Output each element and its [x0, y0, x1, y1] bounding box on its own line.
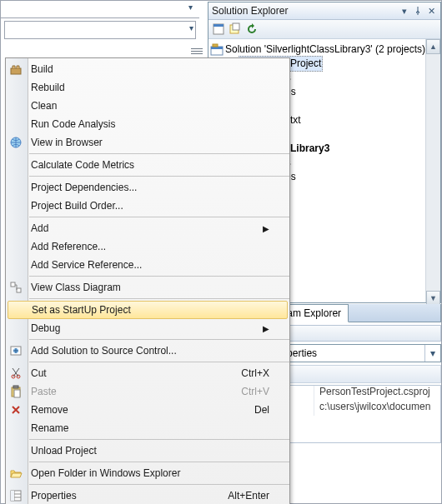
- submenu-arrow-icon: ▶: [263, 224, 269, 233]
- dropdown-icon[interactable]: ▾: [184, 2, 196, 14]
- menu-item[interactable]: View in Browser: [6, 133, 289, 152]
- menu-separator: [29, 462, 289, 462]
- menu-item-label: Run Code Analysis: [31, 118, 115, 130]
- svg-rect-1: [213, 24, 224, 27]
- properties-icon: [9, 489, 23, 502]
- menu-item[interactable]: Project Dependencies...: [6, 178, 289, 197]
- scc-icon: [9, 344, 23, 357]
- editor-tabstrip: ▾: [1, 2, 199, 18]
- scrollbar-vertical[interactable]: ▲ ▼: [425, 39, 440, 302]
- menu-separator: [29, 298, 289, 299]
- menu-item-label: Properties: [31, 490, 77, 502]
- svg-rect-6: [213, 44, 218, 47]
- menu-separator: [29, 153, 289, 154]
- menu-item[interactable]: RemoveDel: [6, 401, 289, 419]
- menu-item[interactable]: Calculate Code Metrics: [6, 156, 289, 174]
- menu-item-label: Rename: [31, 422, 68, 434]
- delete-icon: [9, 403, 23, 417]
- properties-icon[interactable]: [212, 22, 225, 36]
- svg-rect-23: [11, 68, 21, 74]
- menu-separator: [29, 276, 289, 277]
- svg-rect-25: [11, 282, 15, 287]
- property-value: PersonTestProject.csproj: [314, 386, 440, 401]
- panel-titlebar[interactable]: Solution Explorer ▾ ✕: [208, 2, 440, 20]
- menu-item-label: Clean: [31, 100, 57, 112]
- menu-item-shortcut: Ctrl+V: [241, 386, 269, 397]
- svg-rect-32: [13, 386, 18, 388]
- menu-item[interactable]: Add Service Reference...: [6, 256, 289, 274]
- tree-node[interactable]: Solution 'SilverlightClassLibrary3' (2 p…: [210, 42, 439, 57]
- navigation-combo[interactable]: ▾: [4, 21, 196, 39]
- menu-separator: [29, 439, 289, 440]
- menu-item[interactable]: Add Reference...: [6, 237, 289, 256]
- build-icon: [9, 62, 23, 76]
- menu-item[interactable]: Unload Project: [6, 442, 289, 460]
- menu-item[interactable]: Rename: [6, 419, 289, 437]
- solution-icon: [210, 43, 224, 57]
- menu-item-label: Add Service Reference...: [31, 259, 142, 271]
- splitter-grip[interactable]: [191, 47, 203, 56]
- menu-item-label: Project Build Order...: [31, 200, 123, 212]
- chevron-down-icon[interactable]: ▾: [424, 345, 440, 362]
- menu-item[interactable]: Build: [6, 60, 289, 78]
- menu-item-label: Add: [31, 222, 48, 234]
- paste-icon: [9, 385, 23, 398]
- menu-separator: [29, 217, 289, 217]
- svg-rect-33: [14, 390, 20, 397]
- menu-item[interactable]: Open Folder in Windows Explorer: [6, 464, 289, 482]
- menu-item-label: Cut: [31, 367, 47, 379]
- menu-item-label: Unload Project: [31, 445, 97, 457]
- menu-item-label: Build: [31, 63, 53, 75]
- menu-item[interactable]: CutCtrl+X: [6, 364, 289, 382]
- menu-item-label: Rebuild: [31, 82, 65, 93]
- menu-item-label: Open Folder in Windows Explorer: [31, 467, 180, 479]
- menu-item[interactable]: View Class Diagram: [6, 278, 289, 297]
- menu-item-label: Remove: [31, 404, 68, 416]
- submenu-arrow-icon: ▶: [263, 324, 269, 333]
- menu-item[interactable]: Debug▶: [6, 319, 289, 337]
- property-value: c:\users\jwilcox\documen: [314, 401, 440, 416]
- menu-item-label: Add Reference...: [31, 241, 106, 252]
- menu-item-label: View in Browser: [31, 137, 103, 148]
- menu-item-shortcut: Ctrl+X: [241, 367, 269, 379]
- menu-item: PasteCtrl+V: [6, 382, 289, 401]
- menu-separator: [29, 339, 289, 340]
- menu-item[interactable]: Run Code Analysis: [6, 115, 289, 133]
- folder-open-icon: [9, 467, 23, 480]
- menu-item-label: Debug: [31, 322, 60, 334]
- menu-item[interactable]: Add Solution to Source Control...: [6, 342, 289, 360]
- panel-title: Solution Explorer: [212, 5, 397, 17]
- svg-rect-26: [17, 288, 21, 292]
- cut-icon: [9, 367, 23, 380]
- menu-item[interactable]: Rebuild: [6, 78, 289, 97]
- svg-rect-35: [11, 491, 14, 501]
- close-icon[interactable]: ✕: [425, 5, 437, 17]
- chevron-down-icon: ▾: [189, 23, 193, 32]
- menu-item[interactable]: Add▶: [6, 219, 289, 237]
- diagram-icon: [9, 281, 23, 294]
- menu-item-label: Calculate Code Metrics: [31, 159, 134, 171]
- menu-item[interactable]: PropertiesAlt+Enter: [6, 487, 289, 504]
- pin-icon[interactable]: [412, 5, 424, 17]
- menu-separator: [29, 362, 289, 362]
- menu-item[interactable]: Project Build Order...: [6, 197, 289, 215]
- tree-node-label: Solution 'SilverlightClassLibrary3' (2 p…: [225, 42, 425, 57]
- menu-item-shortcut: Del: [254, 404, 269, 416]
- menu-separator: [29, 176, 289, 177]
- menu-item-label: View Class Diagram: [31, 282, 121, 293]
- context-menu: BuildRebuildCleanRun Code AnalysisView i…: [5, 57, 290, 504]
- menu-item-shortcut: Alt+Enter: [228, 490, 269, 502]
- scroll-track[interactable]: [426, 54, 440, 291]
- menu-item-label: Project Dependencies...: [31, 182, 137, 193]
- refresh-icon[interactable]: [245, 22, 259, 36]
- chevron-down-icon[interactable]: ▾: [399, 5, 410, 17]
- menu-item-label: Add Solution to Source Control...: [31, 345, 177, 357]
- show-all-icon[interactable]: [229, 22, 242, 36]
- solution-explorer-toolbar: [208, 20, 440, 39]
- menu-item[interactable]: Set as StartUp Project: [8, 301, 288, 319]
- browser-icon: [9, 136, 23, 149]
- menu-item[interactable]: Clean: [6, 97, 289, 115]
- scroll-up-icon[interactable]: ▲: [426, 39, 440, 54]
- menu-separator: [29, 484, 289, 485]
- svg-rect-3: [233, 23, 239, 30]
